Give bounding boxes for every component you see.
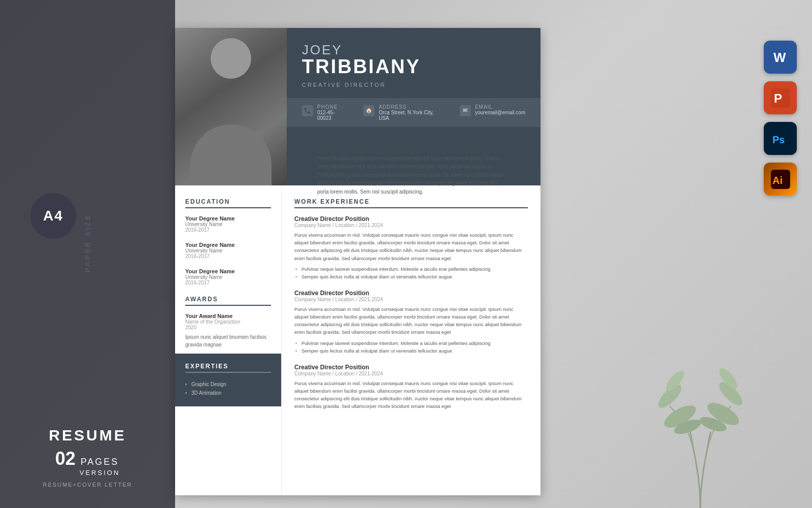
address-contact: 🏠 Address Orca Street, N.York City, USA [363, 104, 445, 121]
left-column: EDUCATION Your Degree Name University Na… [175, 185, 282, 495]
email-label: Email [475, 104, 525, 110]
a4-label: A4 [43, 208, 63, 224]
illustrator-icon[interactable]: Ai [764, 163, 797, 196]
word-icon[interactable]: W [764, 41, 797, 74]
position-3: Creative Director Position [294, 364, 528, 371]
address-value: Orca Street, N.York City, USA [379, 110, 445, 121]
pages-text: PAGES VERSION [80, 456, 120, 478]
cover-label: RESUME+COVER LETTER [43, 482, 132, 488]
expertise-list: Graphic Design 3D Animation [185, 380, 271, 397]
address-label: Address [379, 104, 445, 110]
position-1: Creative Director Position [294, 215, 528, 223]
resume-header: JOEY TRIBBIANY CREATIVE DIRECTOR 📞 Phone… [175, 28, 540, 185]
svg-text:P: P [774, 91, 782, 105]
education-item-2: Your Degree Name University Name 2016-20… [185, 242, 271, 259]
version-label: VERSION [80, 468, 120, 478]
company-1: Company Name / Location / 2021-2024 [294, 223, 528, 228]
address-icon: 🏠 [363, 105, 375, 116]
pages-label: PAGES [80, 456, 120, 468]
expertise-heading: EXPERTIES [185, 363, 271, 373]
award-name-1: Your Award Name [185, 313, 271, 319]
company-2: Company Name / Location / 2021-2024 [294, 297, 528, 302]
work-item-1: Creative Director Position Company Name … [294, 215, 528, 280]
degree-3: Your Degree Name [185, 268, 271, 274]
job-title: CREATIVE DIRECTOR [302, 82, 525, 88]
phone-value: 012-45-00023 [317, 110, 348, 121]
work-experience-heading: WORK EXPERIENCE [294, 198, 528, 208]
paper-size-label: PAPER SIZE [84, 213, 91, 272]
phone-details: Phone 012-45-00023 [317, 104, 348, 121]
plant-decoration [650, 305, 751, 508]
a4-badge: A4 [30, 193, 76, 239]
header-info: JOEY TRIBBIANY CREATIVE DIRECTOR 📞 Phone… [287, 28, 540, 185]
position-2: Creative Director Position [294, 290, 528, 297]
phone-icon: 📞 [302, 105, 313, 116]
last-name: TRIBBIANY [302, 56, 525, 78]
university-1: University Name [185, 221, 271, 227]
profile-photo [175, 28, 287, 185]
phone-label: Phone [317, 104, 348, 110]
awards-heading: AWARDS [185, 296, 271, 306]
work-desc-2: Purus viverra accumsan in nisl. Volutpat… [294, 305, 528, 336]
resume-label: RESUME [43, 427, 132, 444]
bottom-info: RESUME 02 PAGES VERSION RESUME+COVER LET… [43, 427, 132, 488]
app-icons-panel: W P Ps Ai [764, 41, 797, 196]
expertise-section: EXPERTIES Graphic Design 3D Animation [175, 354, 281, 406]
awards-section: AWARDS Your Award Name Name of the Organ… [185, 296, 271, 348]
email-contact: ✉ Email youremail@email.com [460, 104, 525, 121]
bullet-2-1: Pulvinar neque laoreet suspendisse inter… [294, 339, 528, 347]
expertise-item-1: Graphic Design [185, 380, 271, 389]
resume-body: EDUCATION Your Degree Name University Na… [175, 185, 540, 495]
first-name: JOEY [302, 43, 525, 56]
bullet-2-2: Semper quis lectus nulla at volutpat dia… [294, 347, 528, 355]
work-desc-1: Purus viverra accumsan in nisl. Volutpat… [294, 231, 528, 262]
expertise-item-2: 3D Animation [185, 389, 271, 397]
award-item-1: Your Award Name Name of the Organiztion … [185, 313, 271, 348]
award-desc-1: Ipsum nunc aliquet bnumien facilisis gra… [185, 333, 271, 348]
year-2: 2016-2017 [185, 253, 271, 259]
work-desc-3: Purus viverra accumsan in nisl. Volutpat… [294, 379, 528, 410]
address-details: Address Orca Street, N.York City, USA [379, 104, 445, 121]
year-3: 2016-2017 [185, 280, 271, 285]
pages-row: 02 PAGES VERSION [43, 448, 132, 478]
work-item-2: Creative Director Position Company Name … [294, 290, 528, 355]
photoshop-icon[interactable]: Ps [764, 122, 797, 155]
phone-contact: 📞 Phone 012-45-00023 [302, 104, 348, 121]
work-bullets-2: Pulvinar neque laoreet suspendisse inter… [294, 339, 528, 355]
award-year-1: 2020 [185, 325, 271, 330]
university-3: University Name [185, 274, 271, 280]
year-1: 2016-2017 [185, 227, 271, 233]
svg-text:Ps: Ps [772, 134, 785, 145]
email-details: Email youremail@email.com [475, 104, 525, 115]
powerpoint-icon[interactable]: P [764, 81, 797, 114]
bullet-1-1: Pulvinar neque laoreet suspendisse inter… [294, 265, 528, 273]
degree-1: Your Degree Name [185, 215, 271, 221]
bullet-1-2: Semper quis lectus nulla at volutpat dia… [294, 273, 528, 280]
education-item-3: Your Degree Name University Name 2016-20… [185, 268, 271, 285]
email-value: youremail@email.com [475, 110, 525, 115]
education-item-1: Your Degree Name University Name 2016-20… [185, 215, 271, 233]
contact-bar: 📞 Phone 012-45-00023 🏠 Address Orca Stre… [287, 98, 540, 127]
degree-2: Your Degree Name [185, 242, 271, 248]
work-bullets-1: Pulvinar neque laoreet suspendisse inter… [294, 265, 528, 280]
company-3: Company Name / Location / 2021-2024 [294, 371, 528, 376]
svg-text:W: W [773, 50, 786, 65]
profile-title: PROFILE [317, 137, 510, 148]
photo-placeholder [175, 28, 287, 185]
svg-text:Ai: Ai [772, 175, 783, 186]
work-item-3: Creative Director Position Company Name … [294, 364, 528, 410]
award-org-1: Name of the Organiztion [185, 319, 271, 325]
right-column: WORK EXPERIENCE Creative Director Positi… [282, 185, 540, 495]
education-heading: EDUCATION [185, 198, 271, 208]
resume-document: JOEY TRIBBIANY CREATIVE DIRECTOR 📞 Phone… [175, 28, 540, 495]
email-icon: ✉ [460, 105, 471, 116]
pages-number: 02 [55, 448, 76, 469]
university-2: University Name [185, 248, 271, 253]
